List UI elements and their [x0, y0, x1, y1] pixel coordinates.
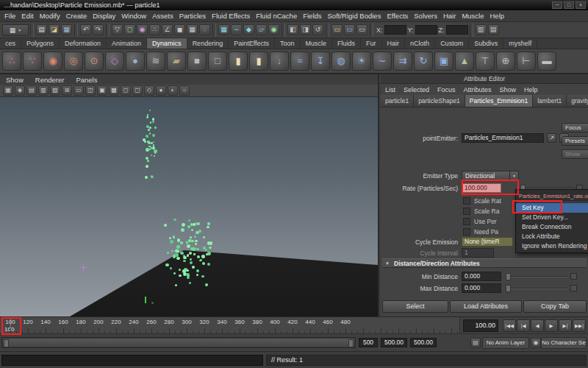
checkbox-scale-rat[interactable]	[463, 197, 470, 205]
rigid-active-icon[interactable]: ■	[187, 52, 207, 71]
checkbox-scale-ra[interactable]	[463, 208, 470, 215]
menu-set-selector[interactable]: ▦▼	[2, 24, 29, 36]
checkbox-need-pa[interactable]	[463, 228, 470, 236]
sidebar-toggle-icon[interactable]: ▤	[488, 24, 499, 35]
radial-field-icon[interactable]: ☀	[352, 52, 371, 71]
snap-grid-icon[interactable]: ▦	[218, 24, 229, 35]
constraint-pin-icon[interactable]: ⊕	[496, 52, 515, 71]
goal-icon[interactable]: ◇	[105, 52, 124, 71]
maximize-button[interactable]: □	[564, 1, 574, 9]
minimize-button[interactable]: ─	[552, 1, 562, 9]
camera-attributes-icon[interactable]: ▤	[26, 85, 37, 96]
turbulence-field-icon[interactable]: ∼	[373, 52, 392, 71]
axis-input-y[interactable]	[415, 25, 437, 35]
volume-axis-icon[interactable]: ▣	[434, 52, 453, 71]
viewport-menu-show[interactable]: Show	[6, 76, 24, 84]
cycle-emission-dropdown[interactable]: None (timeR	[462, 237, 513, 247]
collide-icon[interactable]: ▲	[455, 52, 474, 71]
shelf-tab-fur[interactable]: Fur	[361, 38, 382, 49]
input-connections-icon[interactable]: ◧	[287, 24, 298, 35]
axis-input-x[interactable]	[384, 25, 406, 35]
select-component-icon[interactable]: ◉	[137, 24, 148, 35]
drag-field-icon[interactable]: ↧	[311, 52, 330, 71]
axis-input-z[interactable]	[446, 25, 468, 35]
rate-field[interactable]: 100.000	[462, 183, 501, 193]
construction-history-icon[interactable]: ↺	[312, 24, 323, 35]
distance-direction-section-header[interactable]: ▼ Distance/Direction Attributes	[382, 258, 587, 268]
bowling-pin-ball-icon[interactable]: ▮	[249, 52, 268, 71]
select-camera-icon[interactable]: ▦	[3, 85, 13, 96]
ae-menu-help[interactable]: Help	[524, 86, 538, 93]
min-distance-slider[interactable]	[506, 276, 567, 277]
play-forward-button[interactable]: ▶	[545, 319, 558, 332]
safe-action-icon[interactable]: ◻	[121, 85, 131, 96]
select-misc-mask-icon[interactable]: ◌	[199, 24, 210, 35]
shelf-tab-rendering[interactable]: Rendering	[187, 38, 229, 49]
particle-cloud-icon[interactable]: ∵	[23, 52, 42, 71]
spring-icon[interactable]: ≋	[146, 52, 165, 71]
go-to-start-button[interactable]: |◀◀	[503, 319, 516, 332]
menu-fluid-ncache[interactable]: Fluid nCache	[253, 12, 300, 20]
ae-side-button-show[interactable]: Show	[562, 149, 588, 159]
render-settings-icon[interactable]: ▭	[356, 24, 368, 35]
constraint-nail-icon[interactable]: ⊤	[476, 52, 495, 71]
menu-particles[interactable]: Particles	[176, 12, 209, 20]
shelf-tab-muscle[interactable]: Muscle	[301, 38, 333, 49]
min-distance-map-button[interactable]	[570, 273, 577, 280]
menu-edit[interactable]: Edit	[18, 12, 36, 20]
ae-tab-lambert1[interactable]: lambert1	[533, 95, 567, 107]
snap-plane-icon[interactable]: ▱	[256, 24, 267, 35]
viewport-menu-panels[interactable]: Panels	[76, 76, 97, 84]
wireframe-icon[interactable]: ◇	[144, 85, 154, 96]
shelf-tab-ces[interactable]: ces	[0, 38, 21, 49]
command-line-input[interactable]	[1, 355, 263, 366]
lights-icon[interactable]: ○	[179, 85, 190, 96]
context-menu-item-break-connection[interactable]: Break Connection	[516, 222, 588, 232]
view-grid-icon[interactable]: ⊞	[62, 85, 72, 96]
max-distance-field[interactable]: 0.000	[462, 283, 501, 293]
new-scene-icon[interactable]: ▤	[36, 24, 47, 35]
field-chart-icon[interactable]: ▩	[109, 85, 119, 96]
go-to-end-button[interactable]: ▶▶|	[573, 319, 586, 332]
snap-curve-icon[interactable]: ∼	[231, 24, 242, 35]
range-slider-bar[interactable]	[3, 339, 354, 347]
textured-icon[interactable]: ◐	[168, 85, 178, 96]
ae-menu-focus[interactable]: Focus	[437, 86, 456, 93]
select-hull-mask-icon[interactable]: ▦	[187, 24, 198, 35]
point-emitter-field[interactable]: Particles_Emmision1	[462, 133, 544, 143]
menu-muscle[interactable]: Muscle	[459, 12, 487, 20]
ae-button-select[interactable]: Select	[382, 300, 448, 313]
shelf-tab-animation[interactable]: Animation	[107, 38, 147, 49]
viewport-menu-renderer[interactable]: Renderer	[35, 76, 65, 84]
range-slider[interactable]	[1, 337, 356, 348]
menu-modify[interactable]: Modify	[37, 12, 63, 20]
focus-arrow-icon[interactable]: ↗	[547, 133, 556, 143]
shelf-tab-dynamics[interactable]: Dynamics	[147, 38, 187, 49]
shelf-tab-subdivs[interactable]: Subdivs	[469, 38, 503, 49]
uniform-field-icon[interactable]: ⇉	[393, 52, 412, 71]
ae-tab-particles-emmision1[interactable]: Particles_Emmision1	[465, 95, 533, 107]
menu-window[interactable]: Window	[118, 12, 149, 20]
menu-create[interactable]: Create	[63, 12, 90, 20]
ae-button-load-attributes[interactable]: Load Attributes	[450, 300, 522, 313]
current-time-field[interactable]: 100.00	[463, 319, 498, 332]
menu-solvers[interactable]: Solvers	[411, 12, 440, 20]
constraint-hinge-icon[interactable]: ⊢	[517, 52, 536, 71]
step-back-frame-button[interactable]: ◀	[531, 319, 544, 332]
select-point-mask-icon[interactable]: ∴	[149, 24, 160, 35]
gravity-field-icon[interactable]: ↓	[270, 52, 289, 71]
ae-tab-particle1[interactable]: particle1	[381, 95, 414, 107]
context-menu-item-set-driven-key[interactable]: Set Driven Key...	[516, 213, 588, 222]
resolution-gate-icon[interactable]: ◫	[85, 85, 96, 96]
range-end-handle[interactable]	[348, 339, 354, 347]
undo-icon[interactable]: ↶	[80, 24, 91, 35]
particle-tool-icon[interactable]: ∴	[2, 52, 21, 71]
shelf-tab-ncloth[interactable]: nCloth	[405, 38, 435, 49]
select-face-mask-icon[interactable]: ◼	[174, 24, 185, 35]
ae-menu-show[interactable]: Show	[500, 86, 517, 93]
timeline-ruler[interactable]: 100 100120140160180200220240260280300320…	[0, 317, 460, 334]
range-start-handle[interactable]	[4, 339, 9, 347]
film-gate-icon[interactable]: ▭	[74, 85, 84, 96]
redo-icon[interactable]: ↷	[93, 24, 104, 35]
shelf-tab-custom[interactable]: Custom	[435, 38, 469, 49]
